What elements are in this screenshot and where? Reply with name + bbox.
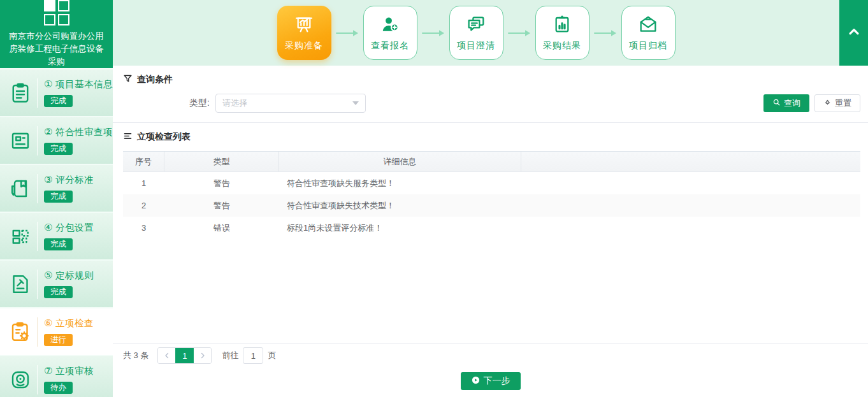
step-number: ⑤ [44, 270, 53, 280]
query-form-row: 类型: 请选择 查询 [123, 94, 860, 113]
total-count: 共 3 条 [123, 350, 148, 361]
type-label: 类型: [189, 97, 210, 109]
workflow-step-label: 采购准备 [285, 40, 323, 52]
sidebar-item-project-check[interactable]: ⑥立项检查 进行 [0, 307, 113, 355]
cell-no: 2 [123, 201, 164, 210]
status-badge: 完成 [44, 143, 73, 155]
list-icon [123, 131, 133, 143]
divider [37, 78, 38, 108]
chevron-up-icon [846, 24, 862, 43]
divider [37, 270, 38, 299]
search-button[interactable]: 查询 [763, 94, 809, 112]
step-number: ⑥ [44, 317, 53, 328]
sidebar-item-compliance-review[interactable]: ②符合性审查项 完成 [0, 116, 113, 164]
query-buttons: 查询 重置 [763, 94, 860, 112]
pagination: 共 3 条 1 前往 页 [113, 343, 868, 368]
workflow-step-procure-prepare[interactable]: 采购准备 [277, 6, 331, 60]
prev-page-button[interactable] [158, 348, 175, 363]
spacer [123, 239, 860, 343]
divider [37, 317, 38, 347]
funnel-icon [123, 74, 133, 85]
select-placeholder: 请选择 [222, 97, 247, 109]
project-title: 南京市分公司购置办公用房装修工程电子信息设备采购 [8, 30, 105, 68]
goto-label: 前往 [222, 350, 238, 361]
cell-detail: 标段1尚未设置评分标准！ [279, 222, 521, 234]
clipboard-text-icon [6, 82, 34, 105]
clipboard-chart-icon [552, 14, 572, 37]
sidebar-item-label: 立项审核 [55, 366, 94, 376]
goto-page-input[interactable] [243, 347, 263, 364]
blocks-grid-icon [6, 225, 34, 248]
list-section: 立项检查列表 序号 类型 详细信息 1 警告 符合性审查项缺失服务类型！ [113, 123, 868, 343]
cell-detail: 符合性审查项缺失技术类型！ [279, 200, 521, 212]
workflow-step-project-clarify[interactable]: 项目澄清 [449, 6, 503, 60]
sidebar-item-label: 立项检查 [55, 318, 94, 328]
workflow-steps: 采购准备 查看报名 项目 [277, 6, 704, 60]
table-row[interactable]: 2 警告 符合性审查项缺失技术类型！ [123, 194, 860, 217]
workflow-step-project-archive[interactable]: 项目归档 [621, 6, 676, 60]
reset-button[interactable]: 重置 [814, 94, 860, 112]
workflow-step-label: 项目澄清 [457, 40, 495, 52]
step-number: ⑦ [44, 365, 53, 376]
workflow-step-label: 采购结果 [543, 40, 581, 52]
main-area: 采购准备 查看报名 项目 [113, 0, 868, 397]
step-number: ② [44, 126, 53, 137]
table-row[interactable]: 3 错误 标段1尚未设置评分标准！ [123, 217, 860, 239]
sidebar-item-project-basic-info[interactable]: ①项目基本信息 完成 [0, 68, 113, 116]
arrow-right-icon [331, 29, 363, 37]
sidebar: 南京市分公司购置办公用房装修工程电子信息设备采购 ①项目基本信息 完成 ②符合性… [0, 0, 113, 397]
app-window: 南京市分公司购置办公用房装修工程电子信息设备采购 ①项目基本信息 完成 ②符合性… [0, 0, 868, 397]
content: 查询条件 类型: 请选择 查询 [113, 66, 868, 397]
play-circle-icon [471, 375, 481, 387]
column-header-no: 序号 [123, 152, 164, 171]
divider [37, 222, 38, 251]
pager: 1 [157, 347, 212, 364]
divider [37, 126, 38, 155]
next-step-button[interactable]: 下一步 [461, 372, 521, 390]
sidebar-item-label: 分包设置 [55, 222, 94, 233]
gear-icon [823, 98, 832, 108]
cell-type: 警告 [164, 178, 279, 189]
sidebar-item-award-rules[interactable]: ⑤定标规则 完成 [0, 259, 113, 307]
sidebar-header: 南京市分公司购置办公用房装修工程电子信息设备采购 [0, 0, 113, 68]
arrow-right-icon [417, 29, 449, 37]
page-number-button[interactable]: 1 [175, 348, 194, 363]
workflow-step-label: 项目归档 [629, 40, 667, 52]
arrow-right-icon [590, 29, 621, 37]
id-card-icon [6, 129, 34, 152]
divider [37, 365, 38, 394]
sidebar-item-project-audit[interactable]: ⑦立项审核 待办 [0, 355, 113, 397]
status-badge: 完成 [44, 95, 73, 107]
cell-detail: 符合性审查项缺失服务类型！ [279, 178, 521, 189]
list-section-title: 立项检查列表 [123, 131, 860, 143]
cell-no: 3 [123, 223, 164, 233]
footer: 下一步 [113, 368, 868, 397]
next-page-button[interactable] [194, 348, 211, 363]
workflow-step-view-registration[interactable]: 查看报名 [363, 6, 417, 60]
sidebar-item-scoring-standard[interactable]: ③评分标准 完成 [0, 164, 113, 212]
status-badge: 完成 [44, 191, 73, 203]
sidebar-item-package-settings[interactable]: ④分包设置 完成 [0, 212, 113, 259]
status-badge: 完成 [44, 286, 73, 298]
type-select[interactable]: 请选择 [215, 94, 366, 113]
table-row[interactable]: 1 警告 符合性审查项缺失服务类型！ [123, 172, 860, 194]
collapse-button[interactable] [839, 0, 868, 66]
status-badge: 待办 [44, 382, 73, 394]
chevron-down-icon [352, 101, 359, 105]
column-header-type: 类型 [164, 152, 279, 171]
user-add-icon [380, 14, 400, 37]
sidebar-item-label: 项目基本信息 [55, 79, 113, 89]
table-header: 序号 类型 详细信息 [123, 151, 860, 172]
app-logo-icon [44, 0, 69, 25]
query-section-title: 查询条件 [123, 74, 860, 85]
workflow-step-procure-result[interactable]: 采购结果 [535, 6, 590, 60]
document-gavel-icon [6, 273, 34, 296]
query-section: 查询条件 类型: 请选择 查询 [113, 66, 868, 122]
status-badge: 完成 [44, 238, 73, 250]
cell-no: 1 [123, 178, 164, 188]
workflow-bar: 采购准备 查看报名 项目 [113, 0, 868, 66]
chart-board-icon [294, 14, 314, 37]
cell-type: 警告 [164, 200, 279, 212]
workflow-step-label: 查看报名 [371, 40, 409, 52]
step-number: ④ [44, 222, 53, 233]
